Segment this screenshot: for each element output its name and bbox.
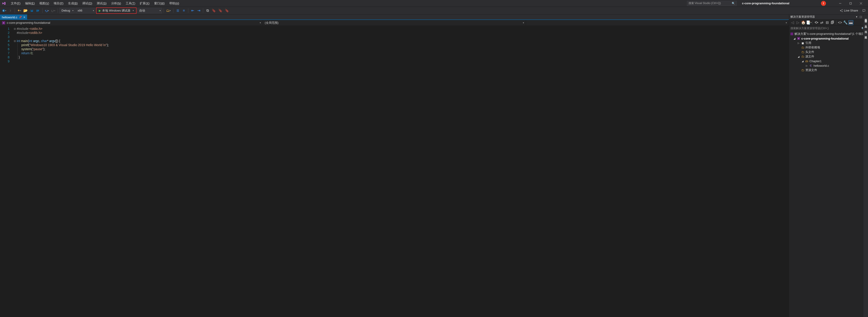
side-tab-strip: 服务器资源管理器工具箱属性诊断工具 [863,14,868,317]
solution-tree[interactable]: 解决方案"c-core-programming-foundational"(1 … [789,31,868,317]
side-tab[interactable]: 工具箱 [863,21,868,27]
bm1-button[interactable]: 🔖 [211,8,217,13]
scope-project-combo[interactable]: + c-core-programming-foundational [0,20,263,26]
references-node[interactable]: ▷ ◼ 引用 [789,41,868,45]
save-button[interactable] [29,8,35,13]
solution-root-node[interactable]: 解决方案"c-core-programming-foundational"(1 … [789,32,868,36]
solution-toolbar: ◁ ▷ 🏠 📑▾ ⟲▾ ⇄ ⊟ 🗐 <> 🔧 ▬ [789,20,868,26]
nav-fwd-button[interactable] [8,8,13,13]
project-node[interactable]: ◢ + c-core-programming-foundational [789,36,868,41]
menu-item[interactable]: 测试(S) [94,0,109,6]
project-icon: + [797,37,800,40]
resources-node[interactable]: 🗀 资源文件 [789,68,868,72]
se-code-button[interactable]: <> [837,20,842,25]
se-showall-button[interactable]: 🗐 [830,20,835,25]
scope-global-combo[interactable]: (全局范围) [263,20,526,26]
menu-item[interactable]: 分析(N) [109,0,123,6]
save-all-button[interactable] [35,8,41,13]
se-refresh-button[interactable]: ⟲▾ [814,20,819,25]
svg-rect-6 [31,9,33,10]
menu-item[interactable]: 文件(F) [8,0,23,6]
menu-item[interactable]: 视图(V) [37,0,51,6]
svg-point-4 [2,9,5,12]
platform-combo[interactable]: x86 [75,8,95,13]
editor-area: helloworld.c 📌 ✕ + c-core-programming-fo… [0,14,789,317]
se-home-button[interactable]: 🏠 [801,20,806,25]
menu-item[interactable]: 窗口(W) [152,0,167,6]
config-combo[interactable]: Debug [59,8,75,13]
side-tab[interactable]: 诊断工具 [863,32,868,37]
pin-icon[interactable]: 📌 [19,16,22,19]
folder-icon: 🗀 [801,55,804,58]
feedback-button[interactable] [861,8,867,13]
nav-bar: + c-core-programming-foundational (全局范围) [0,20,789,26]
file-tab[interactable]: helloworld.c 📌 ✕ [0,14,27,20]
nav-back-button[interactable]: ▾ [1,8,7,13]
indent-button[interactable]: ⇥ [196,8,202,13]
panel-pin-button[interactable]: ▢ [859,15,863,19]
bm2-button[interactable]: 🔖 [217,8,223,13]
panel-header: 解决方案资源管理器 ▾ ▢ ✕ [789,14,868,20]
c-file-icon: C [809,64,813,67]
se-back-button[interactable]: ◁ [790,20,795,25]
svg-rect-13 [790,33,793,35]
menu-item[interactable]: 生成(B) [66,0,80,6]
se-sync-button[interactable]: 📑▾ [806,20,811,25]
user-avatar[interactable]: I [821,1,826,6]
external-deps-node[interactable]: 🗀 外部依赖项 [789,45,868,50]
side-tab[interactable]: 服务器资源管理器 [863,14,868,21]
menu-item[interactable]: 项目(P) [51,0,66,6]
open-button[interactable]: 📂 [23,8,29,13]
menu-item[interactable]: 扩展(X) [137,0,152,6]
folder-icon: 🗀 [801,68,804,72]
undo-button[interactable]: ▾ [44,8,50,13]
start-debug-button[interactable]: ▶ 本地 Windows 调试器 [96,7,136,14]
global-search-input[interactable]: 搜索 Visual Studio (Ctrl+Q) 🔍 [687,1,737,6]
line-gutter: 123456789 [0,26,13,317]
solution-search-input[interactable]: 搜索解决方案资源管理器(Ctrl+;) 🔍 ▾ [789,26,868,31]
new-item-button[interactable]: ✦▾ [17,8,22,13]
stack-button[interactable]: ≣ [175,8,180,13]
document-tabs: helloworld.c 📌 ✕ [0,14,789,20]
scope-member-combo[interactable] [526,20,789,26]
se-fwd-button[interactable]: ▷ [796,20,800,25]
chapter-node[interactable]: ◢ 🗁 Chapter1 [789,59,868,63]
menu-item[interactable]: 调试(D) [80,0,94,6]
panel-dropdown-button[interactable]: ▾ [855,15,859,19]
main-menu: 文件(F)编辑(E)视图(V)项目(P)生成(B)调试(D)测试(S)分析(N)… [8,0,182,6]
sources-node[interactable]: ◢ 🗀 源文件 [789,54,868,59]
close-icon[interactable]: ✕ [23,16,25,19]
solution-title-label: c-core-programming-foundational [742,2,789,5]
filter-icon: 🗁 [805,60,809,63]
code-lines[interactable]: #include <stdio.h>#include<stdlib.h>int … [17,26,789,317]
se-collapse-button[interactable]: ⊟ [825,20,830,25]
title-bar: 文件(F)编辑(E)视图(V)项目(P)生成(B)调试(D)测试(S)分析(N)… [0,0,868,7]
bm3-button[interactable]: 🔖 [224,8,230,13]
menu-item[interactable]: 编辑(E) [23,0,37,6]
side-tab[interactable]: 属性 [863,27,868,32]
stack2-button[interactable]: ≡ [181,8,186,13]
outdent-button[interactable]: ⇤ [190,8,195,13]
headers-node[interactable]: 🗀 头文件 [789,50,868,54]
toolbox-button[interactable]: 🗂▾ [165,8,172,13]
file-node[interactable]: ▷ C helloworld.c [789,63,868,68]
close-button[interactable] [856,0,866,7]
se-switch-button[interactable]: ⇄ [819,20,824,25]
bookmark-button[interactable]: ⧉ [205,8,210,13]
menu-item[interactable]: 帮助(H) [167,0,182,6]
folder-icon: 🗀 [801,51,804,54]
redo-button[interactable]: ▾ [51,8,56,13]
minimize-button[interactable] [835,0,845,7]
fold-column[interactable]: ⊟⊟ [13,26,17,317]
live-share-button[interactable]: Live Share [838,9,860,12]
se-properties-button[interactable]: 🔧 [843,20,848,25]
references-icon: ◼ [801,41,804,45]
auto-combo[interactable]: 自动 [137,8,162,13]
se-preview-button[interactable]: ▬ [848,20,853,25]
svg-text:+: + [3,22,4,24]
folder-icon: 🗀 [801,46,804,49]
menu-item[interactable]: 工具(T) [123,0,138,6]
maximize-button[interactable] [845,0,856,7]
svg-rect-1 [850,2,851,4]
code-editor[interactable]: 123456789 ⊟⊟ #include <stdio.h>#include<… [0,26,789,317]
